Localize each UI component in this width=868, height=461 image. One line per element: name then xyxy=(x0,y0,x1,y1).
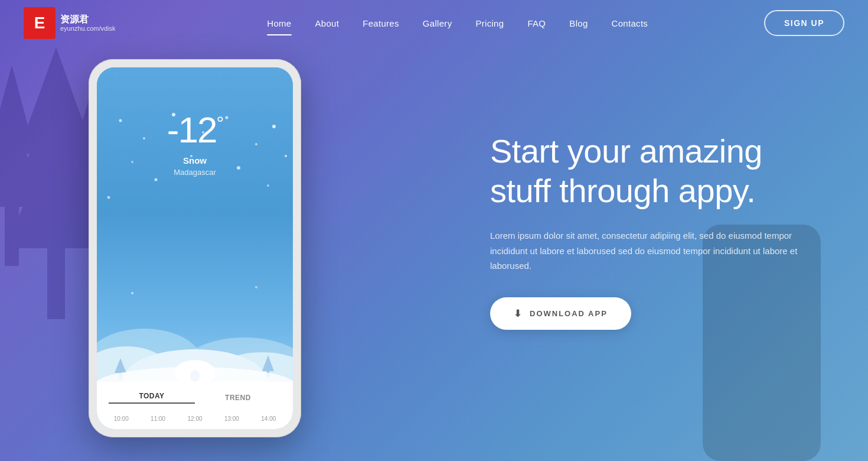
app-screen: -12° Snow Madagascar xyxy=(97,67,293,429)
phone-mockup: -12° Snow Madagascar xyxy=(89,59,313,449)
download-button[interactable]: ⬇ DOWNLOAD APP xyxy=(490,297,631,330)
tab-trend[interactable]: TREND xyxy=(195,388,281,402)
logo-icon: E xyxy=(24,7,56,39)
time-1100: 11:00 xyxy=(139,415,176,422)
tab-bar: TODAY TREND xyxy=(97,382,293,408)
time-1300: 13:00 xyxy=(213,415,250,422)
logo[interactable]: E 资源君 eyunzhu.com/vdisk xyxy=(24,7,116,39)
svg-point-22 xyxy=(107,196,110,199)
nav-features[interactable]: Features xyxy=(351,2,411,45)
svg-point-39 xyxy=(131,292,133,294)
svg-rect-3 xyxy=(47,248,65,319)
svg-point-40 xyxy=(255,286,257,288)
tab-today[interactable]: TODAY xyxy=(109,386,195,404)
hero-description: Lorem ipsum dolor sit amet, consectetur … xyxy=(490,228,809,274)
temperature-display: -12° xyxy=(97,109,293,151)
signup-button[interactable]: SIGN UP xyxy=(764,10,844,36)
nav-about[interactable]: About xyxy=(304,2,351,45)
landscape-scene xyxy=(97,275,293,382)
logo-text: 资源君 eyunzhu.com/vdisk xyxy=(60,14,116,33)
time-1200: 12:00 xyxy=(177,415,213,422)
hero-section: E 资源君 eyunzhu.com/vdisk Home About Featu… xyxy=(0,0,868,461)
nav-links: Home About Features Gallery Pricing FAQ … xyxy=(151,2,764,45)
hero-content: Start your amazing stuff through appy. L… xyxy=(455,108,868,353)
download-icon: ⬇ xyxy=(514,308,523,319)
app-bottom-bar: TODAY TREND 10:00 11:00 12:00 13:00 14:0… xyxy=(97,382,293,429)
nav-blog[interactable]: Blog xyxy=(557,2,599,45)
weather-location: Madagascar xyxy=(97,168,293,177)
time-1400: 14:00 xyxy=(250,415,287,422)
svg-point-18 xyxy=(155,178,158,181)
nav-pricing[interactable]: Pricing xyxy=(464,2,515,45)
weather-condition: Snow xyxy=(97,155,293,165)
nav-faq[interactable]: FAQ xyxy=(515,2,557,45)
svg-rect-6 xyxy=(5,207,19,266)
time-1000: 10:00 xyxy=(103,415,139,422)
nav-gallery[interactable]: Gallery xyxy=(411,2,464,45)
timeline-row: 10:00 11:00 12:00 13:00 14:00 xyxy=(97,408,293,429)
phone-shell: -12° Snow Madagascar xyxy=(89,59,301,437)
svg-point-21 xyxy=(267,184,269,187)
nav-contacts[interactable]: Contacts xyxy=(600,2,660,45)
navbar: E 资源君 eyunzhu.com/vdisk Home About Featu… xyxy=(0,0,868,46)
phone-screen: -12° Snow Madagascar xyxy=(97,67,293,429)
nav-home[interactable]: Home xyxy=(255,2,303,45)
hero-title: Start your amazing stuff through appy. xyxy=(490,131,809,210)
